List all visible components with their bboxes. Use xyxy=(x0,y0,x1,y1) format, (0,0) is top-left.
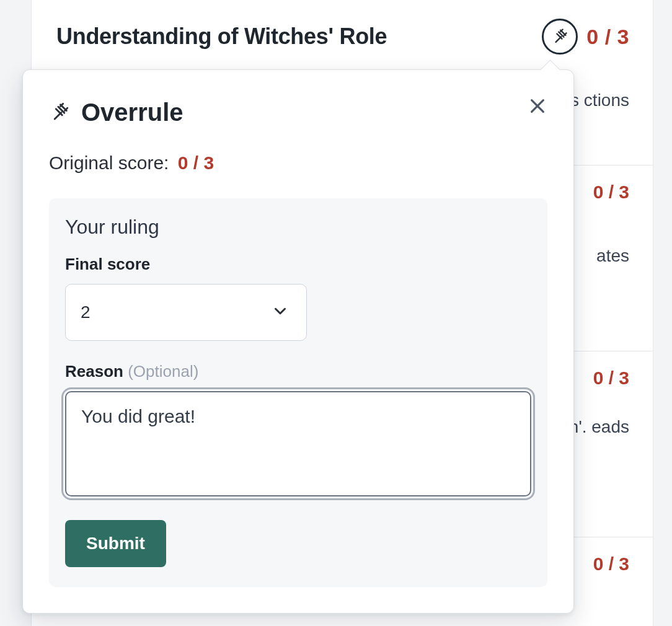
ruling-title: Your ruling xyxy=(65,216,531,239)
reason-label: Reason (Optional) xyxy=(65,362,531,381)
criterion-title: Understanding of Witches' Role xyxy=(56,24,387,50)
subcriterion-score: 0 / 3 xyxy=(593,553,629,575)
final-score-select[interactable] xyxy=(65,284,307,341)
original-score-line: Original score: 0 / 3 xyxy=(49,152,547,174)
reason-input[interactable] xyxy=(65,391,531,496)
submit-button[interactable]: Submit xyxy=(65,520,166,567)
reason-optional: (Optional) xyxy=(128,362,198,381)
popover-title-wrap: Overrule xyxy=(49,99,183,126)
original-score-value: 0 / 3 xyxy=(178,152,214,173)
subcriterion-score: 0 / 3 xyxy=(593,368,629,389)
criterion-score-wrap: 0 / 3 xyxy=(542,19,629,55)
original-score-label: Original score: xyxy=(49,152,169,173)
final-score-label: Final score xyxy=(65,255,531,274)
subcriterion-score: 0 / 3 xyxy=(593,182,629,203)
close-icon xyxy=(528,108,547,118)
ruling-panel: Your ruling Final score Reason (Optional… xyxy=(49,198,547,587)
overrule-trigger-button[interactable] xyxy=(542,19,578,55)
criterion-score: 0 / 3 xyxy=(586,25,629,49)
overrule-popover: Overrule Original score: 0 / 3 Your ruli… xyxy=(22,69,574,614)
close-button[interactable] xyxy=(524,92,551,121)
popover-title: Overrule xyxy=(81,99,183,126)
popover-header: Overrule xyxy=(49,99,547,126)
gavel-icon xyxy=(551,27,568,46)
gavel-icon xyxy=(49,101,70,125)
criterion-header: Understanding of Witches' Role 0 / 3 xyxy=(32,0,653,72)
final-score-select-wrap xyxy=(65,284,307,341)
